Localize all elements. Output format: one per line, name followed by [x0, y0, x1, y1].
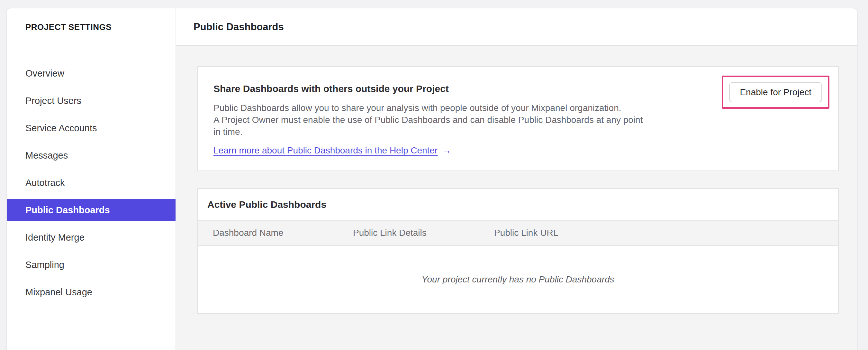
main-header: Public Dashboards [176, 8, 858, 46]
project-settings-sidebar: PROJECT SETTINGS Overview Project Users … [7, 8, 176, 350]
main-body: Share Dashboards with others outside you… [176, 46, 858, 350]
sidebar-item-public-dashboards[interactable]: Public Dashboards [7, 199, 176, 221]
help-link-row: Learn more about Public Dashboards in th… [214, 144, 823, 156]
highlight-annotation: Enable for Project [722, 76, 830, 109]
sidebar-item-autotrack[interactable]: Autotrack [7, 172, 176, 194]
dashboards-empty-state: Your project currently has no Public Das… [198, 246, 838, 313]
share-dashboards-card: Share Dashboards with others outside you… [197, 66, 839, 171]
dashboards-table-header: Dashboard Name Public Link Details Publi… [198, 221, 838, 246]
sidebar-item-service-accounts[interactable]: Service Accounts [7, 117, 176, 139]
sidebar-nav: Overview Project Users Service Accounts … [7, 62, 176, 303]
sidebar-item-sampling[interactable]: Sampling [7, 254, 176, 276]
sidebar-item-messages[interactable]: Messages [7, 144, 176, 167]
page-title: Public Dashboards [193, 21, 284, 33]
help-center-link[interactable]: Learn more about Public Dashboards in th… [214, 144, 437, 156]
arrow-right-icon: → [442, 144, 451, 156]
active-dashboards-card: Active Public Dashboards Dashboard Name … [197, 188, 839, 314]
description-line: in time. [214, 126, 823, 138]
sidebar-item-mixpanel-usage[interactable]: Mixpanel Usage [7, 281, 176, 303]
sidebar-title: PROJECT SETTINGS [7, 21, 176, 33]
main-content: Public Dashboards Share Dashboards with … [176, 8, 858, 350]
sidebar-item-overview[interactable]: Overview [7, 62, 176, 85]
sidebar-item-project-users[interactable]: Project Users [7, 90, 176, 112]
active-card-header: Active Public Dashboards [198, 189, 838, 221]
settings-panel: PROJECT SETTINGS Overview Project Users … [6, 8, 858, 350]
description-line: A Project Owner must enable the use of P… [214, 114, 823, 126]
column-header-public-link-url: Public Link URL [494, 228, 838, 238]
enable-for-project-button[interactable]: Enable for Project [729, 82, 822, 102]
sidebar-item-identity-merge[interactable]: Identity Merge [7, 227, 176, 249]
active-card-heading: Active Public Dashboards [207, 199, 326, 210]
column-header-public-link-details: Public Link Details [353, 228, 494, 238]
column-header-dashboard-name: Dashboard Name [198, 228, 353, 238]
empty-state-message: Your project currently has no Public Das… [422, 274, 614, 285]
